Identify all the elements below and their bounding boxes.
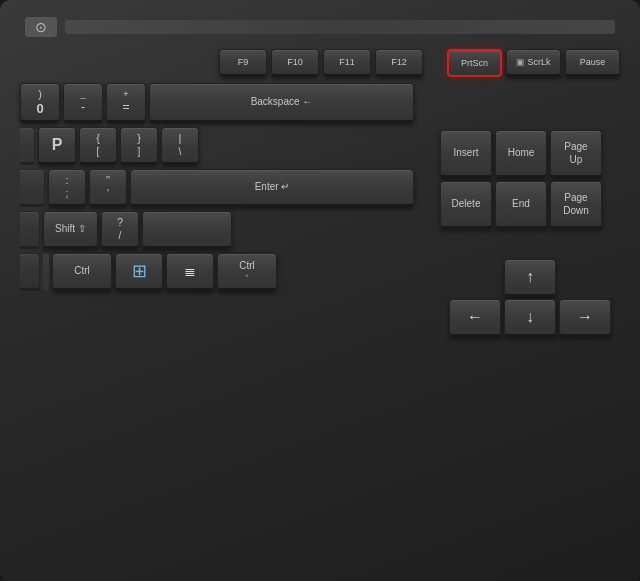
key-end[interactable]: End xyxy=(495,181,547,229)
caps-row: : ; " ' Enter ↵ xyxy=(20,169,414,207)
key-backspace[interactable]: Backspace ← xyxy=(149,83,414,123)
key-slash[interactable]: ? / xyxy=(101,211,139,249)
key-pause[interactable]: Pause xyxy=(565,49,620,77)
arrow-section: ↑ ← ↓ → xyxy=(440,259,620,337)
arrow-up-icon: ↑ xyxy=(526,268,534,286)
key-p[interactable]: P xyxy=(38,127,76,165)
key-insert[interactable]: Insert xyxy=(440,130,492,178)
key-partial-caps xyxy=(20,169,45,207)
key-partial-shift xyxy=(20,211,40,249)
key-home[interactable]: Home xyxy=(495,130,547,178)
key-pageup[interactable]: PageUp xyxy=(550,130,602,178)
tab-row: P { [ } ] | \ xyxy=(20,127,414,165)
key-f10[interactable]: F10 xyxy=(271,49,319,77)
arrow-up-row: ↑ xyxy=(440,259,620,297)
key-enter[interactable]: Enter ↵ xyxy=(130,169,414,207)
windows-icon: ⊞ xyxy=(132,260,147,282)
key-f9[interactable]: F9 xyxy=(219,49,267,77)
key-backslash[interactable]: | \ xyxy=(161,127,199,165)
key-semicolon[interactable]: : ; xyxy=(48,169,86,207)
shift-row: Shift ⇧ ? / xyxy=(20,211,414,249)
arrow-bottom-row: ← ↓ → xyxy=(440,299,620,337)
key-quote[interactable]: " ' xyxy=(89,169,127,207)
key-arrow-up[interactable]: ↑ xyxy=(504,259,556,297)
key-ctrl-right[interactable]: Ctrl * xyxy=(217,253,277,291)
ctrl-row: Ctrl ⊞ ≣ Ctrl * xyxy=(20,253,414,291)
key-f11[interactable]: F11 xyxy=(323,49,371,77)
key-shift-left[interactable]: Shift ⇧ xyxy=(43,211,98,249)
menu-icon: ≣ xyxy=(184,263,196,279)
key-ctrl-left[interactable]: Ctrl xyxy=(52,253,112,291)
top-bar: ⊙ xyxy=(20,15,620,39)
key-partial-ctrl xyxy=(20,253,40,291)
key-f12[interactable]: F12 xyxy=(375,49,423,77)
key-0[interactable]: ) 0 xyxy=(20,83,60,123)
key-shift-right[interactable] xyxy=(142,211,232,249)
right-section: Insert Home PageUp Delete End PageDown xyxy=(440,83,620,337)
arrow-left-icon: ← xyxy=(467,308,483,326)
key-equals[interactable]: + = xyxy=(106,83,146,123)
main-section: ) 0 _ - + = Backspace ← xyxy=(20,83,620,337)
num-row: ) 0 _ - + = Backspace ← xyxy=(20,83,414,123)
key-prtscn[interactable]: PrtScn xyxy=(447,49,502,77)
key-minus[interactable]: _ - xyxy=(63,83,103,123)
key-lbrace[interactable]: { [ xyxy=(79,127,117,165)
key-partial-tab xyxy=(20,127,35,165)
arrow-down-icon: ↓ xyxy=(526,308,534,326)
nav-top-row: Insert Home PageUp xyxy=(440,130,620,178)
fn-row: F9 F10 F11 F12 PrtScn ▣ ScrLk Pause xyxy=(20,49,620,77)
logo: ⊙ xyxy=(25,17,57,37)
key-arrow-right[interactable]: → xyxy=(559,299,611,337)
key-menu[interactable]: ≣ xyxy=(166,253,214,291)
key-rbrace[interactable]: } ] xyxy=(120,127,158,165)
key-scrlk[interactable]: ▣ ScrLk xyxy=(506,49,561,77)
key-arrow-left[interactable]: ← xyxy=(449,299,501,337)
keyboard: ⊙ F9 F10 F11 F12 PrtScn ▣ ScrLk Pause xyxy=(0,0,640,581)
left-section: ) 0 _ - + = Backspace ← xyxy=(20,83,414,337)
nav-bottom-row: Delete End PageDown xyxy=(440,181,620,229)
key-pagedown[interactable]: PageDown xyxy=(550,181,602,229)
key-windows[interactable]: ⊞ xyxy=(115,253,163,291)
arrow-right-icon: → xyxy=(577,308,593,326)
key-delete[interactable]: Delete xyxy=(440,181,492,229)
key-arrow-down[interactable]: ↓ xyxy=(504,299,556,337)
